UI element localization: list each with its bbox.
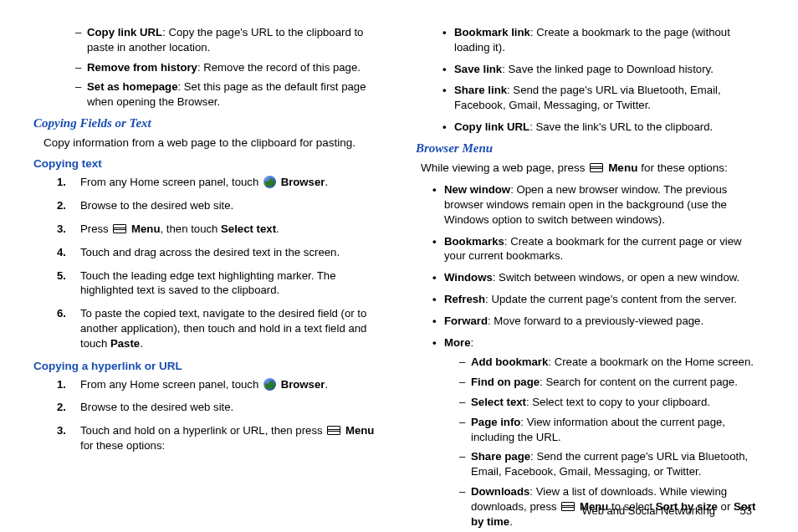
step-item: 1.From any Home screen panel, touch Brow… (57, 377, 382, 392)
list-item: Bookmark link: Create a bookmark to the … (442, 25, 765, 55)
menu-icon (561, 502, 575, 511)
step-item: 2.Browse to the desired web site. (57, 400, 382, 415)
list-item: Bookmarks: Create a bookmark for the cur… (432, 234, 765, 264)
list-item: Set as homepage: Set this page as the de… (75, 79, 382, 110)
heading-copying-hyperlink: Copying a hyperlink or URL (33, 360, 382, 372)
content-columns: Copy link URL: Copy the page's URL to th… (33, 23, 765, 532)
list-item: Save link: Save the linked page to Downl… (442, 62, 765, 77)
page-footer: Web and Social Networking 53 (581, 504, 752, 517)
browser-icon (263, 176, 276, 188)
heading-browser-menu: Browser Menu (416, 141, 765, 156)
list-item: Share link: Send the page's URL via Blue… (442, 83, 765, 113)
top-dash-list: Copy link URL: Copy the page's URL to th… (75, 25, 382, 110)
browser-menu-list: New window: Open a new browser window. T… (432, 182, 765, 532)
step-item: 3.Press Menu, then touch Select text. (57, 222, 382, 237)
right-column: Bookmark link: Create a bookmark to the … (416, 23, 765, 532)
steps-copying-text: 1.From any Home screen panel, touch Brow… (57, 175, 382, 350)
step-item: 3.Touch and hold on a hyperlink or URL, … (57, 423, 382, 453)
list-item: Copy link URL: Copy the page's URL to th… (75, 25, 382, 55)
steps-copying-url: 1.From any Home screen panel, touch Brow… (57, 377, 382, 453)
list-item: Add bookmark: Create a bookmark on the H… (459, 355, 765, 370)
step-item: 2.Browse to the desired web site. (57, 198, 382, 213)
list-item: Remove from history: Remove the record o… (75, 60, 382, 75)
left-column: Copy link URL: Copy the page's URL to th… (33, 23, 382, 532)
list-item: Find on page: Search for content on the … (459, 375, 765, 390)
browser-menu-intro: While viewing a web page, press Menu for… (421, 161, 765, 176)
footer-title: Web and Social Networking (581, 504, 714, 517)
more-sublist: Add bookmark: Create a bookmark on the H… (459, 355, 765, 529)
link-options-list: Bookmark link: Create a bookmark to the … (442, 25, 765, 135)
list-item: New window: Open a new browser window. T… (432, 182, 765, 227)
menu-icon (327, 426, 340, 435)
step-item: 6.To paste the copied text, navigate to … (57, 306, 382, 350)
menu-icon (113, 224, 126, 233)
step-item: 4.Touch and drag across the desired text… (57, 245, 382, 260)
list-item: Windows: Switch between windows, or open… (432, 270, 765, 285)
list-item: Refresh: Update the current page's conte… (432, 292, 765, 307)
list-item: Page info: View information about the cu… (459, 415, 765, 445)
list-item: Copy link URL: Save the link's URL to th… (442, 120, 765, 135)
heading-copying-fields: Copying Fields or Text (33, 116, 382, 130)
menu-icon (590, 163, 603, 172)
heading-copying-text: Copying text (33, 157, 382, 170)
intro-paragraph: Copy information from a web page to the … (43, 136, 382, 151)
page-number: 53 (740, 504, 752, 517)
step-item: 5.Touch the leading edge text highlighti… (57, 269, 382, 299)
list-item-more: More: Add bookmark: Create a bookmark on… (432, 335, 765, 532)
list-item: Select text: Select text to copy to your… (459, 395, 765, 410)
list-item: Forward: Move forward to a previously-vi… (432, 314, 765, 329)
browser-icon (263, 378, 276, 391)
step-item: 1.From any Home screen panel, touch Brow… (57, 175, 382, 190)
list-item: Share page: Send the current page's URL … (459, 449, 765, 479)
